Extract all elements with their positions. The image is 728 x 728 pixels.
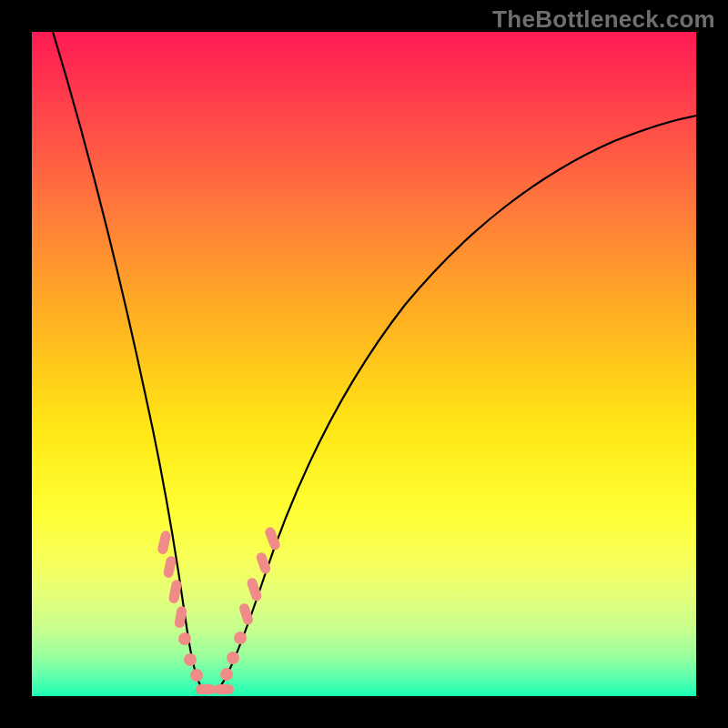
marker-pill (168, 579, 183, 604)
watermark-text: TheBottleneck.com (492, 5, 715, 34)
marker-dot (190, 669, 203, 682)
marker-pill (157, 530, 172, 555)
marker-group-right (220, 526, 281, 681)
chart-frame: TheBottleneck.com (0, 0, 728, 728)
curve-layer (32, 32, 696, 696)
marker-pill (196, 684, 216, 694)
marker-pill (163, 555, 177, 579)
marker-group-trough (196, 684, 234, 694)
marker-dot (234, 632, 247, 644)
marker-pill (214, 684, 234, 694)
plot-area (32, 32, 696, 696)
marker-dot (184, 653, 197, 666)
marker-dot (227, 652, 239, 664)
marker-dot (220, 668, 233, 681)
marker-dot (178, 632, 191, 645)
bottleneck-curve (50, 32, 696, 693)
marker-group-left (157, 530, 203, 682)
